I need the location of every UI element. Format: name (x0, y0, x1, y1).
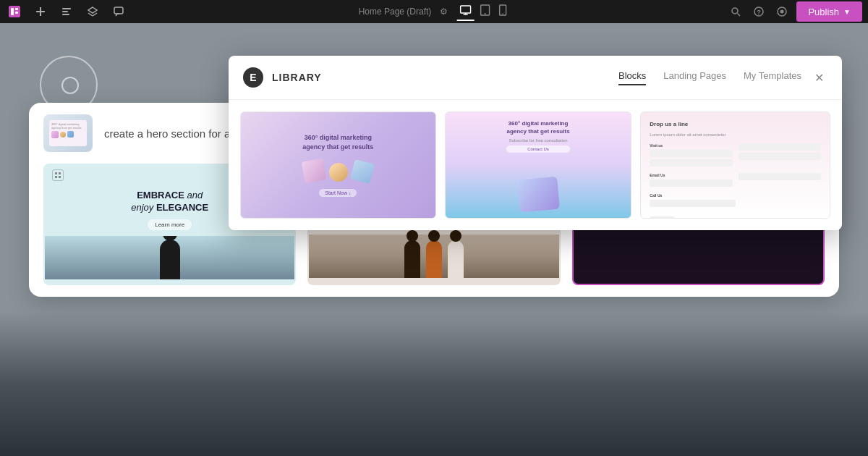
template-card-1-title: 360° digital marketingagency that get re… (302, 133, 373, 151)
elementor-logo-icon[interactable] (6, 3, 23, 20)
library-modal: E LIBRARY Blocks Landing Pages My Templa… (229, 56, 842, 230)
tablet-icon[interactable] (477, 3, 493, 21)
silhouette-figure (160, 240, 180, 279)
page-settings-icon[interactable]: ⚙ (440, 7, 448, 17)
svg-point-20 (732, 8, 738, 14)
add-icon[interactable] (32, 3, 49, 20)
page-title: Home Page (Draft) (359, 7, 432, 17)
thumb-cube-1 (51, 131, 59, 138)
library-title: LIBRARY (272, 72, 610, 83)
template-card-3[interactable]: Drop us a line Lorem ipsum dolor sit ame… (640, 111, 830, 219)
template-card-3-submit: Submit (650, 216, 675, 219)
desktop-icon[interactable] (456, 3, 474, 21)
library-tabs: Blocks Landing Pages My Templates (618, 70, 801, 85)
ai-prompt-thumbnail: 360° digital marketing agency from get r… (43, 114, 93, 152)
svg-line-21 (738, 14, 741, 17)
template-card-3-call-label: Call Us (650, 193, 821, 198)
template-card-2-sub: Subscribe for free consultation (506, 138, 569, 143)
comments-icon[interactable] (110, 3, 127, 20)
svg-rect-7 (62, 11, 68, 12)
library-header: E LIBRARY Blocks Landing Pages My Templa… (229, 56, 842, 100)
svg-rect-6 (62, 8, 71, 9)
cube-pink (302, 159, 327, 184)
template-card-3-col2 (739, 143, 821, 169)
svg-point-25 (780, 10, 784, 14)
template-card-3-desc: Lorem ipsum dolor sit amet consectetur (650, 132, 821, 138)
device-icons (456, 3, 509, 21)
svg-rect-28 (55, 176, 57, 178)
cube-blue (350, 159, 375, 184)
svg-rect-13 (460, 6, 470, 13)
template-card-3-call (739, 173, 821, 189)
svg-rect-5 (36, 11, 45, 12)
svg-marker-9 (88, 7, 97, 13)
top-bar: Home Page (Draft) ⚙ (0, 0, 868, 23)
template-card-3-row2: Email Us (650, 173, 821, 189)
svg-rect-29 (59, 176, 61, 178)
svg-point-17 (484, 13, 485, 14)
figure-orange (426, 240, 442, 278)
svg-rect-2 (15, 8, 18, 10)
cube-gold (328, 162, 349, 182)
library-content: 360° digital marketingagency that get re… (229, 100, 842, 230)
gen-card-2-image (309, 235, 558, 278)
template-card-3-email: Email Us (650, 173, 732, 189)
template-card-3-title: Drop us a line (650, 121, 821, 127)
svg-rect-3 (15, 12, 18, 14)
gen-card-1-grid-icon (52, 169, 64, 181)
gen-card-1-image (45, 236, 294, 279)
template-card-2-cube (517, 177, 560, 213)
publish-button[interactable]: Publish ▼ (796, 1, 862, 22)
canvas-bottom-bg (0, 311, 868, 456)
svg-rect-8 (62, 14, 69, 15)
figure-dark (404, 240, 420, 278)
canvas: C E LIBRARY Blocks Landing Pages My Temp… (0, 23, 868, 456)
svg-text:?: ? (757, 9, 762, 16)
svg-point-19 (502, 13, 503, 14)
template-card-3-col1: Visit us (650, 143, 732, 169)
tab-landing-pages[interactable]: Landing Pages (663, 70, 726, 85)
mobile-icon[interactable] (495, 3, 509, 21)
template-card-2-title: 360° digital marketingagency that get re… (506, 119, 569, 135)
search-icon[interactable] (727, 3, 744, 20)
gen-card-1-cta[interactable]: Learn more (148, 219, 192, 230)
template-card-2[interactable]: 360° digital marketingagency that get re… (445, 111, 632, 219)
svg-line-11 (93, 13, 97, 16)
thumb-cube-2 (60, 132, 66, 138)
navigator-icon[interactable] (58, 3, 75, 20)
top-bar-right: ? Publish ▼ (727, 1, 862, 22)
svg-rect-1 (11, 8, 14, 15)
preview-icon[interactable] (773, 3, 791, 20)
thumb-mini-card: 360° digital marketing agency from get r… (49, 120, 87, 146)
tab-my-templates[interactable]: My Templates (744, 70, 801, 85)
template-card-1[interactable]: 360° digital marketingagency that get re… (240, 111, 436, 219)
gen-card-1-title: EMBRACE andenjoy ELEGANCE (131, 190, 208, 214)
layers-icon[interactable] (84, 3, 101, 20)
start-now-label: Start Now ↓ (319, 189, 357, 197)
top-bar-center: Home Page (Draft) ⚙ (359, 3, 510, 21)
library-logo-icon: E (243, 67, 263, 88)
template-card-3-row1: Visit us (650, 143, 821, 169)
svg-rect-0 (9, 6, 20, 17)
svg-rect-26 (55, 172, 57, 174)
svg-rect-27 (59, 172, 61, 174)
svg-line-10 (88, 13, 93, 16)
thumb-cube-3 (67, 131, 74, 138)
bg-circle-inner (61, 77, 79, 94)
template-card-2-contact: Contact Us (506, 145, 569, 153)
library-close-button[interactable]: ✕ (810, 69, 827, 86)
template-card-1-cubes (303, 160, 373, 182)
top-bar-left (6, 3, 127, 20)
svg-rect-12 (114, 7, 123, 14)
tab-blocks[interactable]: Blocks (618, 70, 646, 85)
help-icon[interactable]: ? (750, 3, 767, 20)
publish-chevron-icon: ▼ (843, 8, 851, 16)
template-card-2-top: 360° digital marketingagency that get re… (506, 119, 569, 153)
figure-white (448, 240, 464, 278)
